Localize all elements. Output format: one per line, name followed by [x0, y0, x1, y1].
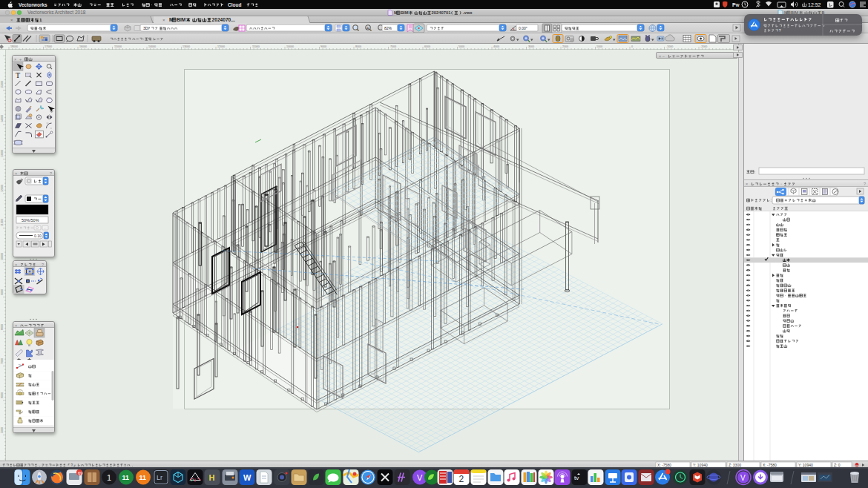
svg-text:×: × [162, 18, 165, 22]
svg-text:?: ? [42, 263, 44, 267]
svg-text:12:52: 12:52 [808, 2, 821, 7]
svg-text:0.10: 0.10 [34, 234, 42, 238]
svg-text:V: V [417, 473, 423, 482]
svg-text:2: 2 [459, 474, 464, 484]
svg-text:X: -7580: X: -7580 [657, 463, 671, 467]
svg-text:0.00°: 0.00° [519, 26, 527, 30]
svg-text:50%/50%: 50%/50% [22, 218, 39, 222]
svg-text:1: 1 [107, 473, 111, 482]
svg-text:11: 11 [139, 474, 147, 481]
svg-text:Cloud: Cloud [228, 2, 241, 7]
svg-text:× −: × − [659, 54, 665, 59]
svg-text:V: V [740, 474, 746, 482]
svg-text:Y: 10940: Y: 10940 [693, 463, 708, 467]
svg-text:tv: tv [574, 475, 579, 481]
svg-text:×: × [14, 57, 16, 62]
svg-text:Z: 0: Z: 0 [834, 463, 841, 467]
svg-text:?: ? [50, 171, 52, 176]
svg-text::: : [143, 37, 144, 41]
svg-text:Lr: Lr [157, 474, 162, 481]
svg-text:Z: 3300: Z: 3300 [729, 463, 741, 467]
svg-text:W: W [243, 473, 251, 482]
svg-text:?: ? [779, 28, 781, 33]
svg-text:PW: PW [732, 2, 740, 7]
svg-text:82%: 82% [384, 26, 392, 30]
svg-text:.vwx: .vwx [463, 10, 473, 15]
svg-text:+: + [19, 57, 22, 62]
svg-text:×: × [746, 182, 748, 186]
svg-text:11: 11 [122, 474, 130, 481]
svg-text:Vectorworks Architect 2018: Vectorworks Architect 2018 [27, 10, 86, 15]
svg-text:BIM: BIM [177, 17, 186, 22]
svg-text:Y: 10940: Y: 10940 [798, 463, 813, 467]
svg-text:H: H [209, 473, 215, 482]
svg-text::: : [770, 198, 772, 202]
svg-text:Vectorworks: Vectorworks [19, 2, 47, 7]
svg-text:69: 69 [78, 471, 83, 475]
svg-text:BIM: BIM [401, 10, 409, 15]
svg-text:×: × [15, 263, 17, 267]
svg-text:×: × [15, 171, 17, 176]
svg-text:?: ? [864, 182, 866, 186]
svg-text:2024070...: 2024070... [212, 17, 235, 22]
svg-text:...: ... [44, 226, 46, 230]
svg-text:X: -7580: X: -7580 [763, 463, 777, 467]
svg-text:20240701: 20240701 [432, 10, 452, 15]
svg-text:×: × [15, 323, 17, 328]
svg-text:1: 1 [39, 17, 42, 22]
svg-text:3D: 3D [143, 26, 148, 30]
svg-text:T: T [16, 71, 20, 79]
svg-text::: : [754, 170, 756, 174]
svg-text:×: × [10, 18, 13, 22]
